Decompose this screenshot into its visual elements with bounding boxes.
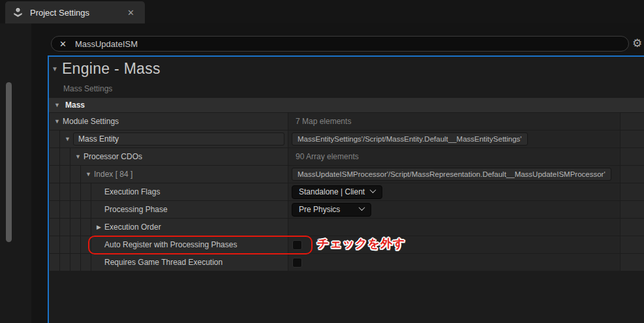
row-label: Execution Flags — [104, 187, 160, 196]
row-label: Index [ 84 ] — [94, 170, 132, 179]
settings-panel: ▼ Engine - Mass Mass Settings ▼ Mass ▼ M… — [48, 55, 644, 323]
execution-flags-dropdown[interactable]: Standalone | Client — [292, 185, 382, 199]
row-label: Requires Game Thread Execution — [104, 258, 222, 267]
indent-guides — [49, 148, 72, 165]
indent-guides — [49, 236, 93, 253]
category-label: Mass — [65, 100, 85, 110]
chevron-down-icon[interactable]: ▼ — [52, 118, 63, 125]
indent-guides — [49, 201, 93, 218]
game-thread-checkbox[interactable] — [292, 258, 302, 268]
chevron-down-icon[interactable]: ▼ — [52, 102, 63, 108]
settings-gear-icon[interactable]: ⚙ — [630, 36, 644, 52]
annotation-text: チェックを外す — [317, 236, 406, 251]
project-settings-icon — [12, 7, 24, 19]
object-path-value[interactable]: MassEntitySettings'/Script/MassEntity.De… — [292, 132, 528, 146]
row-label: Processing Phase — [104, 205, 168, 214]
tab-bar: Project Settings ✕ — [0, 0, 644, 23]
page-title: Engine - Mass — [62, 60, 161, 78]
dropdown-value: Pre Physics — [299, 205, 340, 214]
indent-guides — [49, 131, 62, 147]
row-label: Auto Register with Processing Phases — [104, 240, 237, 249]
tab-project-settings[interactable]: Project Settings ✕ — [5, 1, 145, 23]
row-processor-cdos: ▼ Processor CDOs 90 Array elements — [49, 148, 644, 165]
section-header[interactable]: ▼ Engine - Mass — [52, 60, 161, 78]
chevron-down-icon — [359, 204, 365, 211]
chevron-down-icon — [370, 187, 376, 193]
chevron-down-icon[interactable]: ▼ — [83, 171, 94, 177]
chevron-down-icon[interactable]: ▼ — [72, 153, 84, 160]
left-gutter — [0, 23, 31, 323]
row-index-84: ▼ Index [ 84 ] MassUpdateISMProcessor'/S… — [49, 166, 644, 183]
search-value: MassUpdateISM — [75, 39, 138, 49]
row-value: 90 Array elements — [292, 152, 359, 161]
tab-title: Project Settings — [30, 8, 89, 18]
indent-guides — [49, 166, 83, 183]
dropdown-value: Standalone | Client — [299, 187, 365, 196]
category-row-mass[interactable]: ▼ Mass — [49, 98, 644, 112]
page-subtitle: Mass Settings — [63, 84, 112, 93]
search-input[interactable]: ✕ MassUpdateISM — [51, 36, 629, 52]
row-processing-phase: Processing Phase Pre Physics — [49, 201, 644, 218]
row-label: Execution Order — [104, 223, 161, 232]
row-value: 7 Map elements — [292, 117, 351, 126]
processing-phase-dropdown[interactable]: Pre Physics — [292, 203, 371, 217]
chevron-down-icon[interactable]: ▼ — [62, 136, 73, 142]
indent-guides — [49, 254, 93, 271]
indent-guides — [49, 219, 93, 236]
row-label: Processor CDOs — [84, 152, 142, 161]
map-key-field[interactable]: Mass Entity — [73, 132, 284, 146]
row-module-settings: ▼ Module Settings 7 Map elements — [49, 113, 644, 130]
row-mass-entity: ▼ Mass Entity MassEntitySettings'/Script… — [49, 131, 644, 147]
chevron-down-icon: ▼ — [52, 65, 58, 72]
row-execution-flags: Execution Flags Standalone | Client — [49, 183, 644, 200]
auto-register-checkbox[interactable] — [292, 240, 302, 250]
project-settings-window: Project Settings ✕ ✕ MassUpdateISM ⚙ ▼ E… — [0, 0, 644, 323]
row-label: Module Settings — [63, 117, 119, 126]
indent-guides — [49, 183, 93, 200]
object-path-value[interactable]: MassUpdateISMProcessor'/Script/MassRepre… — [292, 168, 611, 181]
chevron-right-icon[interactable]: ▶ — [93, 224, 104, 230]
tab-close-icon[interactable]: ✕ — [123, 7, 138, 19]
clear-search-icon[interactable]: ✕ — [59, 39, 67, 49]
vertical-scrollbar[interactable] — [6, 82, 12, 242]
row-execution-order: ▶ Execution Order — [49, 219, 644, 236]
row-requires-game-thread: Requires Game Thread Execution — [49, 254, 644, 271]
